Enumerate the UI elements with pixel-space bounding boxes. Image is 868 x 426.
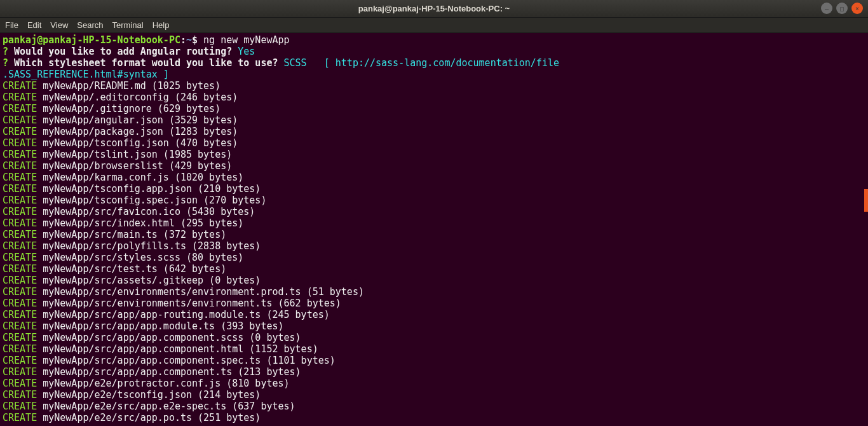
file-path: myNewApp/tsconfig.json (470 bytes) — [37, 137, 238, 149]
create-line: CREATE myNewApp/src/main.ts (372 bytes) — [3, 229, 865, 240]
file-path: myNewApp/angular.json (3529 bytes) — [37, 114, 238, 126]
file-path: myNewApp/browserslist (429 bytes) — [37, 160, 232, 172]
minimize-button[interactable]: – — [821, 3, 832, 14]
create-label: CREATE — [3, 126, 37, 137]
create-label: CREATE — [3, 160, 37, 172]
create-line: CREATE myNewApp/src/environments/environ… — [3, 298, 865, 309]
question-mark-icon: ? — [3, 46, 8, 57]
file-path: myNewApp/e2e/src/app.po.ts (251 bytes) — [37, 412, 261, 423]
create-label: CREATE — [3, 378, 37, 389]
create-label: CREATE — [3, 275, 37, 286]
file-path: myNewApp/src/test.ts (642 bytes) — [37, 263, 226, 275]
menu-edit[interactable]: Edit — [27, 20, 41, 30]
file-path: myNewApp/src/app/app.component.scss (0 b… — [37, 332, 301, 343]
file-path: myNewApp/src/app/app.component.ts (213 b… — [37, 366, 301, 378]
create-line: CREATE myNewApp/src/polyfills.ts (2838 b… — [3, 240, 865, 252]
menubar: File Edit View Search Terminal Help — [0, 18, 868, 33]
create-line: CREATE myNewApp/e2e/src/app.po.ts (251 b… — [3, 412, 865, 423]
window-title: pankaj@pankaj-HP-15-Notebook-PC: ~ — [358, 4, 510, 13]
create-line: CREATE myNewApp/src/app/app-routing.modu… — [3, 309, 865, 320]
prompt-path: ~ — [186, 34, 192, 46]
hint-url: [ http://sass-lang.com/documentation/fil… — [324, 57, 559, 69]
create-label: CREATE — [3, 217, 37, 229]
create-output: CREATE myNewApp/README.md (1025 bytes)CR… — [3, 80, 865, 423]
create-line: CREATE myNewApp/src/environments/environ… — [3, 286, 865, 298]
command-text: ng new myNewApp — [203, 34, 289, 46]
window-controls: – □ × — [821, 3, 863, 14]
titlebar: pankaj@pankaj-HP-15-Notebook-PC: ~ – □ × — [0, 0, 868, 18]
create-label: CREATE — [3, 298, 37, 309]
file-path: myNewApp/README.md (1025 bytes) — [37, 80, 220, 92]
file-path: myNewApp/src/app/app.component.html (115… — [37, 343, 318, 355]
file-path: myNewApp/karma.conf.js (1020 bytes) — [37, 172, 243, 183]
file-path: myNewApp/src/index.html (295 bytes) — [37, 217, 243, 229]
create-label: CREATE — [3, 137, 37, 149]
create-line: CREATE myNewApp/src/app/app.component.ts… — [3, 366, 865, 378]
file-path: myNewApp/src/app/app.component.spec.ts (… — [37, 355, 336, 366]
create-label: CREATE — [3, 309, 37, 320]
prompt-dollar: $ — [192, 34, 203, 46]
terminal-area[interactable]: pankaj@pankaj-HP-15-Notebook-PC:~$ ng ne… — [0, 33, 868, 426]
menu-file[interactable]: File — [5, 20, 18, 30]
create-line: CREATE myNewApp/src/favicon.ico (5430 by… — [3, 206, 865, 217]
question-stylesheet: ? Which stylesheet format would you like… — [3, 57, 865, 69]
create-line: CREATE myNewApp/e2e/src/app.e2e-spec.ts … — [3, 401, 865, 412]
file-path: myNewApp/tsconfig.spec.json (270 bytes) — [37, 195, 266, 206]
question-text: Which stylesheet format would you like t… — [8, 57, 283, 69]
answer-text: SCSS — [284, 57, 324, 69]
scrollbar-thumb[interactable] — [864, 189, 868, 212]
create-line: CREATE myNewApp/tsconfig.json (470 bytes… — [3, 137, 865, 149]
create-line: CREATE myNewApp/src/app/app.component.sp… — [3, 355, 865, 366]
create-label: CREATE — [3, 366, 37, 378]
create-label: CREATE — [3, 114, 37, 126]
menu-view[interactable]: View — [50, 20, 68, 30]
file-path: myNewApp/tslint.json (1985 bytes) — [37, 149, 232, 160]
create-label: CREATE — [3, 252, 37, 263]
menu-help[interactable]: Help — [153, 20, 170, 30]
create-line: CREATE myNewApp/tslint.json (1985 bytes) — [3, 149, 865, 160]
create-line: CREATE myNewApp/src/assets/.gitkeep (0 b… — [3, 275, 865, 286]
create-label: CREATE — [3, 389, 37, 401]
file-path: myNewApp/e2e/src/app.e2e-spec.ts (637 by… — [37, 401, 295, 412]
create-line: CREATE myNewApp/src/index.html (295 byte… — [3, 217, 865, 229]
question-text: Would you like to add Angular routing? — [8, 46, 238, 57]
menu-terminal[interactable]: Terminal — [112, 20, 144, 30]
file-path: myNewApp/package.json (1283 bytes) — [37, 126, 238, 137]
create-label: CREATE — [3, 183, 37, 195]
create-line: CREATE myNewApp/package.json (1283 bytes… — [3, 126, 865, 137]
create-label: CREATE — [3, 320, 37, 332]
file-path: myNewApp/src/assets/.gitkeep (0 bytes) — [37, 275, 261, 286]
create-label: CREATE — [3, 355, 37, 366]
question-routing: ? Would you like to add Angular routing?… — [3, 46, 865, 57]
create-line: CREATE myNewApp/browserslist (429 bytes) — [3, 160, 865, 172]
maximize-button[interactable]: □ — [836, 3, 848, 14]
create-label: CREATE — [3, 332, 37, 343]
prompt-colon: : — [180, 34, 186, 46]
answer-text: Yes — [238, 46, 255, 57]
file-path: myNewApp/src/environments/environment.pr… — [37, 286, 364, 298]
create-label: CREATE — [3, 80, 37, 92]
create-line: CREATE myNewApp/e2e/tsconfig.json (214 b… — [3, 389, 865, 401]
menu-search[interactable]: Search — [77, 20, 103, 30]
create-line: CREATE myNewApp/src/app/app.component.ht… — [3, 343, 865, 355]
file-path: myNewApp/src/main.ts (372 bytes) — [37, 229, 226, 240]
create-line: CREATE myNewApp/src/app/app.component.sc… — [3, 332, 865, 343]
create-label: CREATE — [3, 229, 37, 240]
create-line: CREATE myNewApp/.gitignore (629 bytes) — [3, 103, 865, 114]
create-label: CREATE — [3, 103, 37, 114]
create-label: CREATE — [3, 240, 37, 252]
create-line: CREATE myNewApp/src/styles.scss (80 byte… — [3, 252, 865, 263]
hint-url-cont: .SASS_REFERENCE.html#syntax ] — [3, 69, 169, 80]
create-line: CREATE myNewApp/src/app/app.module.ts (3… — [3, 320, 865, 332]
file-path: myNewApp/.editorconfig (246 bytes) — [37, 92, 238, 103]
prompt-line: pankaj@pankaj-HP-15-Notebook-PC:~$ ng ne… — [3, 34, 865, 46]
create-label: CREATE — [3, 195, 37, 206]
create-line: CREATE myNewApp/.editorconfig (246 bytes… — [3, 92, 865, 103]
file-path: myNewApp/src/polyfills.ts (2838 bytes) — [37, 240, 261, 252]
create-label: CREATE — [3, 263, 37, 275]
create-line: CREATE myNewApp/tsconfig.app.json (210 b… — [3, 183, 865, 195]
create-label: CREATE — [3, 401, 37, 412]
create-line: CREATE myNewApp/e2e/protractor.conf.js (… — [3, 378, 865, 389]
create-line: CREATE myNewApp/karma.conf.js (1020 byte… — [3, 172, 865, 183]
close-button[interactable]: × — [851, 3, 863, 14]
